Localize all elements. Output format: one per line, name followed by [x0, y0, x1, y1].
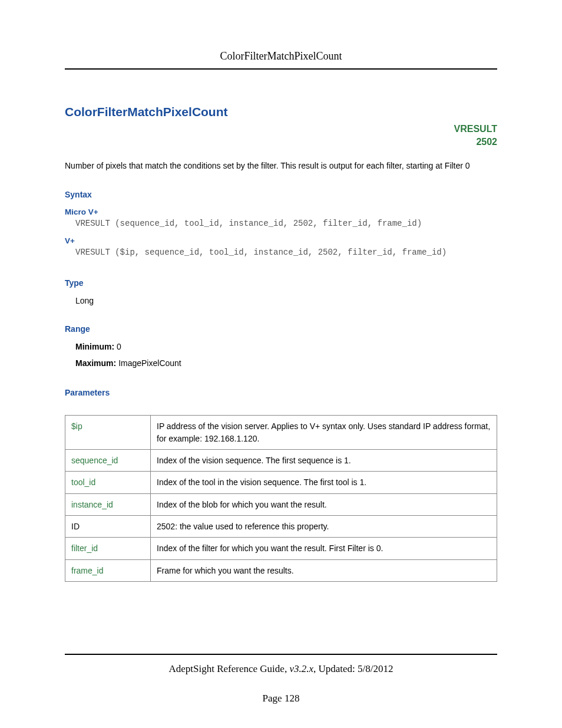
- range-max-value: ImagePixelCount: [118, 358, 181, 368]
- header-rule: [65, 68, 497, 70]
- table-row: filter_idIndex of the filter for which y…: [65, 538, 497, 559]
- param-name: filter_id: [65, 538, 151, 559]
- page-title: ColorFilterMatchPixelCount: [65, 105, 497, 119]
- type-heading: Type: [65, 278, 497, 288]
- syntax-heading: Syntax: [65, 190, 497, 199]
- range-max: Maximum: ImagePixelCount: [75, 358, 497, 368]
- table-row: sequence_idIndex of the vision sequence.…: [65, 450, 497, 472]
- vplus-code: VRESULT ($ip, sequence_id, tool_id, inst…: [75, 248, 497, 257]
- page-number: Page 128: [65, 693, 497, 704]
- badge-vresult: VRESULT: [65, 123, 497, 136]
- range-heading: Range: [65, 324, 497, 334]
- micro-vplus-label: Micro V+: [65, 207, 497, 216]
- table-row: frame_idFrame for which you want the res…: [65, 559, 497, 581]
- footer-citation: AdeptSight Reference Guide, v3.2.x, Upda…: [65, 663, 497, 675]
- param-desc: Index of the tool in the vision sequence…: [151, 472, 497, 493]
- table-row: tool_idIndex of the tool in the vision s…: [65, 472, 497, 493]
- param-desc: IP address of the vision server. Applies…: [151, 416, 497, 450]
- running-head: ColorFilterMatchPixelCount: [65, 50, 497, 68]
- page-footer: AdeptSight Reference Guide, v3.2.x, Upda…: [65, 654, 497, 704]
- footer-rule: [65, 654, 497, 655]
- micro-vplus-code: VRESULT (sequence_id, tool_id, instance_…: [75, 219, 497, 228]
- param-name: frame_id: [65, 559, 151, 581]
- param-desc: Index of the vision sequence. The first …: [151, 450, 497, 472]
- param-name: ID: [65, 515, 151, 537]
- param-desc: Frame for which you want the results.: [151, 559, 497, 581]
- table-row: instance_idIndex of the blob for which y…: [65, 493, 497, 515]
- footer-guide-name: AdeptSight Reference Guide: [168, 663, 284, 674]
- param-desc: Index of the filter for which you want t…: [151, 538, 497, 559]
- table-row: ID2502: the value used to reference this…: [65, 515, 497, 537]
- footer-updated-label: Updated:: [318, 663, 358, 674]
- parameters-heading: Parameters: [65, 388, 497, 397]
- param-desc: Index of the blob for which you want the…: [151, 493, 497, 515]
- param-name: tool_id: [65, 472, 151, 493]
- type-value: Long: [75, 296, 497, 305]
- param-name: instance_id: [65, 493, 151, 515]
- param-desc: 2502: the value used to reference this p…: [151, 515, 497, 537]
- range-max-label: Maximum:: [75, 358, 116, 368]
- vplus-label: V+: [65, 236, 497, 245]
- footer-version: v3.2.x: [289, 663, 313, 674]
- range-min-label: Minimum:: [75, 342, 114, 351]
- table-row: $ipIP address of the vision server. Appl…: [65, 416, 497, 450]
- badge-code: 2502: [65, 136, 497, 149]
- range-min-value: 0: [117, 342, 121, 351]
- param-name: sequence_id: [65, 450, 151, 472]
- range-min: Minimum: 0: [75, 342, 497, 351]
- description-text: Number of pixels that match the conditio…: [65, 160, 497, 173]
- param-name: $ip: [65, 416, 151, 450]
- result-badge: VRESULT 2502: [65, 123, 497, 149]
- parameters-table: $ipIP address of the vision server. Appl…: [65, 415, 497, 581]
- footer-updated-date: 5/8/2012: [358, 663, 393, 674]
- document-page: ColorFilterMatchPixelCount ColorFilterMa…: [0, 0, 562, 728]
